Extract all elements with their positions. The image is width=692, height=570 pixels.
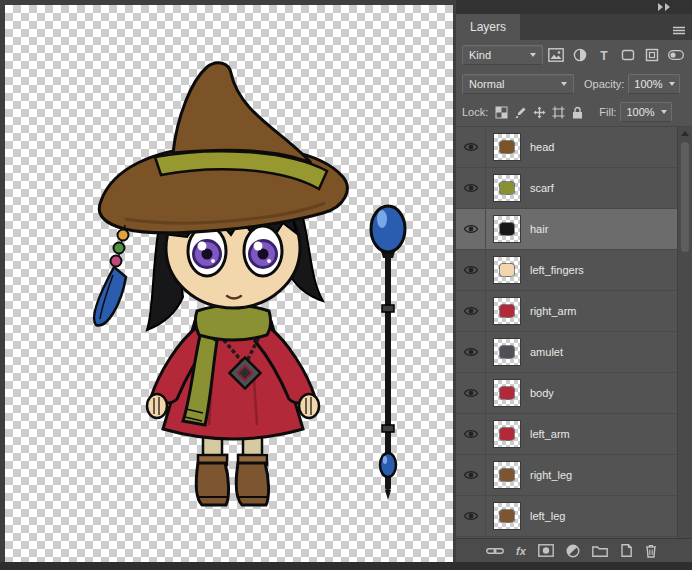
scrollbar-thumb[interactable] [681, 142, 689, 252]
layer-row[interactable]: hair [456, 209, 677, 250]
link-layers-icon[interactable] [486, 546, 504, 556]
filter-row: Kind T [456, 40, 692, 70]
layer-row[interactable]: right_leg [456, 455, 677, 496]
layer-row[interactable]: left_arm [456, 414, 677, 455]
svg-text:T: T [600, 49, 608, 63]
layer-row[interactable]: left_leg [456, 496, 677, 537]
adjustment-layer-filter-icon[interactable] [569, 45, 590, 65]
layer-row[interactable]: right_arm [456, 291, 677, 332]
staff-art [371, 206, 405, 500]
layer-thumbnail[interactable] [494, 298, 520, 324]
thumbnail-art [500, 469, 514, 481]
character-art [94, 63, 347, 505]
collapse-panels-icon[interactable] [658, 3, 670, 11]
layer-name[interactable]: left_arm [530, 428, 570, 440]
visibility-toggle[interactable] [456, 414, 486, 454]
scroll-up-arrow-icon[interactable] [681, 131, 689, 136]
thumbnail-art [500, 305, 514, 317]
opacity-value: 100% [634, 78, 662, 90]
shape-layer-filter-icon[interactable] [617, 45, 638, 65]
eye-icon [463, 305, 479, 317]
visibility-toggle[interactable] [456, 496, 486, 536]
thumbnail-art [500, 264, 514, 276]
eye-icon [463, 223, 479, 235]
photoshop-window: Layers Kind T [0, 0, 692, 570]
eye-icon [463, 182, 479, 194]
fx-label: fx [516, 545, 526, 557]
layers-scrollbar[interactable] [677, 127, 692, 538]
fill-value: 100% [626, 106, 654, 118]
layers-list: head scarf hair [456, 126, 692, 538]
layer-row[interactable]: head [456, 127, 677, 168]
layer-thumbnail[interactable] [494, 175, 520, 201]
layer-row[interactable]: left_fingers [456, 250, 677, 291]
layer-row[interactable]: amulet [456, 332, 677, 373]
thumbnail-art [500, 346, 514, 358]
dock-header [456, 0, 692, 14]
layer-row[interactable]: body [456, 373, 677, 414]
blend-mode-value: Normal [469, 78, 504, 90]
delete-layer-icon[interactable] [645, 544, 657, 558]
new-group-icon[interactable] [592, 545, 608, 557]
lock-position-icon[interactable] [530, 103, 549, 121]
layers-panel: Layers Kind T [456, 0, 692, 562]
kind-filter-dropdown[interactable]: Kind [462, 45, 543, 65]
fill-value-box[interactable]: 100% [620, 102, 672, 122]
layer-thumbnail[interactable] [494, 134, 520, 160]
layer-name[interactable]: right_arm [530, 305, 576, 317]
blend-row: Normal Opacity: 100% [456, 70, 692, 98]
eye-icon [463, 387, 479, 399]
layer-thumbnail[interactable] [494, 421, 520, 447]
visibility-toggle[interactable] [456, 332, 486, 372]
canvas-area[interactable] [5, 5, 453, 562]
visibility-toggle[interactable] [456, 250, 486, 290]
visibility-toggle[interactable] [456, 127, 486, 167]
thumbnail-art [500, 182, 514, 194]
tab-layers-label: Layers [470, 20, 506, 34]
layer-thumbnail[interactable] [494, 339, 520, 365]
pixel-layer-filter-icon[interactable] [546, 45, 567, 65]
canvas-artwork [5, 5, 453, 562]
layer-row[interactable]: scarf [456, 168, 677, 209]
type-layer-filter-icon[interactable]: T [593, 45, 614, 65]
eye-icon [463, 469, 479, 481]
adjustment-layer-icon[interactable] [566, 544, 580, 558]
visibility-toggle[interactable] [456, 373, 486, 413]
lock-label: Lock: [462, 106, 488, 118]
layer-thumbnail[interactable] [494, 462, 520, 488]
visibility-toggle[interactable] [456, 209, 486, 249]
visibility-toggle[interactable] [456, 455, 486, 495]
window-bottom-strip [0, 562, 692, 570]
filter-toggle-icon[interactable] [665, 45, 686, 65]
thumbnail-art [500, 510, 514, 522]
lock-all-icon[interactable] [568, 103, 587, 121]
layer-name[interactable]: scarf [530, 182, 554, 194]
layer-name[interactable]: amulet [530, 346, 563, 358]
layer-thumbnail[interactable] [494, 216, 520, 242]
layer-name[interactable]: left_fingers [530, 264, 584, 276]
thumbnail-art [500, 428, 514, 440]
layer-thumbnail[interactable] [494, 257, 520, 283]
layer-name[interactable]: hair [530, 223, 548, 235]
opacity-value-box[interactable]: 100% [628, 74, 680, 94]
layer-name[interactable]: left_leg [530, 510, 565, 522]
lock-image-pixels-icon[interactable] [511, 103, 530, 121]
eye-icon [463, 510, 479, 522]
lock-transparent-pixels-icon[interactable] [492, 103, 511, 121]
layer-style-icon[interactable]: fx [516, 545, 526, 557]
layer-thumbnail[interactable] [494, 503, 520, 529]
tab-layers[interactable]: Layers [456, 14, 520, 40]
thumbnail-art [500, 141, 514, 153]
blend-mode-dropdown[interactable]: Normal [462, 74, 574, 94]
layer-mask-icon[interactable] [538, 544, 554, 557]
lock-artboard-icon[interactable] [549, 103, 568, 121]
layer-name[interactable]: right_leg [530, 469, 572, 481]
visibility-toggle[interactable] [456, 168, 486, 208]
smart-object-filter-icon[interactable] [641, 45, 662, 65]
panel-menu-icon[interactable] [672, 22, 686, 40]
visibility-toggle[interactable] [456, 291, 486, 331]
new-layer-icon[interactable] [620, 544, 633, 557]
layer-thumbnail[interactable] [494, 380, 520, 406]
layer-name[interactable]: body [530, 387, 554, 399]
layer-name[interactable]: head [530, 141, 554, 153]
